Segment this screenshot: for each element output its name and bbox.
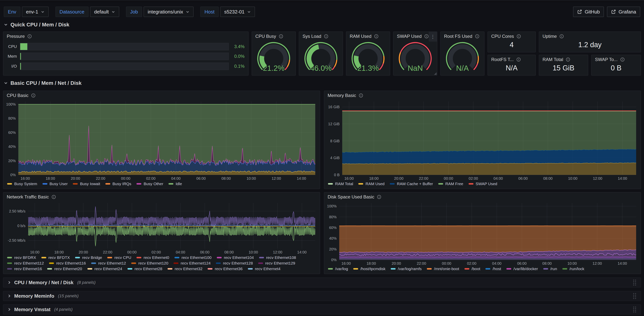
- cpu-basic-chart[interactable]: 0%20%40%60%80%100%16:0018:0020:0022:0000…: [4, 99, 318, 181]
- legend-item[interactable]: /host: [486, 266, 501, 271]
- legend-item[interactable]: /mnt/onie-boot: [427, 266, 459, 271]
- legend-item[interactable]: Busy Other: [136, 182, 163, 186]
- info-icon[interactable]: [31, 93, 36, 98]
- legend-item[interactable]: /var/log/ramfs: [391, 266, 422, 271]
- info-icon[interactable]: [279, 34, 283, 38]
- legend-item[interactable]: recv Ethernet129: [258, 261, 295, 266]
- info-icon[interactable]: [324, 34, 328, 38]
- legend-item[interactable]: recv Ethernet28: [128, 266, 162, 271]
- legend-item[interactable]: Idle: [168, 182, 182, 186]
- panel-menu-icon[interactable]: ⋮: [429, 32, 437, 42]
- legend-item[interactable]: Busy IRQs: [106, 182, 131, 186]
- info-icon[interactable]: [424, 34, 429, 38]
- panel-title[interactable]: Uptime: [542, 34, 557, 39]
- legend-item[interactable]: recv Ethernet16: [7, 266, 42, 271]
- disk-basic-chart[interactable]: 0%20%40%60%80%100%16:0018:0020:0022:0000…: [325, 201, 639, 266]
- chevron-down-icon: [247, 10, 251, 14]
- job-variable-value[interactable]: integrations/unix: [144, 6, 194, 17]
- legend-item[interactable]: recv Bridge: [75, 255, 102, 260]
- legend-item[interactable]: recv CPU: [107, 255, 131, 260]
- panel-title[interactable]: RAM Used: [350, 34, 372, 39]
- row-header-memory-vmstat[interactable]: Memory Vmstat (4 panels): [3, 304, 641, 314]
- panel-title[interactable]: SWAP To...: [595, 57, 618, 62]
- legend-item[interactable]: Busy System: [7, 182, 37, 186]
- row-header-quick[interactable]: Quick CPU / Mem / Disk: [3, 20, 641, 29]
- legend-item[interactable]: /host/tpcmdisk: [353, 266, 386, 271]
- info-icon[interactable]: [516, 57, 521, 62]
- legend-item[interactable]: /var/log: [328, 266, 348, 271]
- row-header-cpu-memory-net-disk[interactable]: CPU / Memory / Net / Disk (8 panels): [3, 278, 641, 288]
- memory-basic-chart[interactable]: 0 B4 GiB8 GiB12 GiB16 GiB16:0018:0020:00…: [325, 99, 639, 181]
- legend-item[interactable]: recv Ethernet36: [208, 266, 242, 271]
- info-icon[interactable]: [475, 34, 480, 38]
- github-link-button[interactable]: GitHub: [573, 6, 604, 17]
- panel-title[interactable]: RootFS T...: [491, 57, 514, 62]
- panel-title[interactable]: Pressure: [7, 34, 25, 39]
- info-icon[interactable]: [377, 195, 381, 199]
- info-icon[interactable]: [52, 195, 56, 199]
- panel-title[interactable]: Memory Basic: [328, 93, 356, 98]
- legend-item[interactable]: Busy User: [42, 182, 68, 186]
- drag-handle-icon[interactable]: [632, 306, 637, 313]
- legend-item[interactable]: RAM Used: [358, 182, 384, 186]
- legend-item[interactable]: recv Ethernet4: [248, 266, 281, 271]
- legend-item[interactable]: RAM Total: [328, 182, 353, 186]
- panel-title[interactable]: Root FS Used: [444, 34, 472, 39]
- legend-item[interactable]: recv Ethernet124: [174, 261, 210, 266]
- row-header-basic[interactable]: Basic CPU / Mem / Net / Disk: [3, 79, 641, 87]
- panel-title[interactable]: RAM Total: [542, 57, 563, 62]
- legend-item[interactable]: /var/lib/docker: [506, 266, 538, 271]
- info-icon[interactable]: [620, 57, 625, 62]
- legend-item[interactable]: /run: [543, 266, 557, 271]
- info-icon[interactable]: [560, 34, 564, 38]
- legend-label: recv Ethernet12: [98, 261, 126, 266]
- panel-title[interactable]: Disk Space Used Basic: [328, 194, 374, 200]
- panel-title[interactable]: Sys Load: [302, 34, 321, 39]
- stat-panels: CPU Cores4Uptime1.2 day RootFS T...N/ARA…: [488, 32, 641, 76]
- legend-item[interactable]: recv Ethernet108: [259, 255, 296, 260]
- legend-item[interactable]: RAM Free: [438, 182, 463, 186]
- panel-title[interactable]: SWAP Used: [397, 34, 422, 39]
- panel-title[interactable]: CPU Cores: [491, 34, 514, 39]
- legend-item[interactable]: recv Ethernet104: [217, 255, 254, 260]
- legend-item[interactable]: recv Ethernet116: [49, 261, 86, 266]
- legend-label: recv Ethernet4: [255, 266, 281, 271]
- grafana-link-button[interactable]: Grafana: [607, 6, 640, 17]
- legend-item[interactable]: recv BFDTX: [41, 255, 70, 260]
- legend-item[interactable]: recv Ethernet0: [136, 255, 169, 260]
- legend-item[interactable]: recv Ethernet128: [216, 261, 253, 266]
- datasource-variable-value[interactable]: default: [90, 6, 119, 17]
- legend-item[interactable]: recv Ethernet20: [47, 266, 82, 271]
- info-icon[interactable]: [566, 57, 570, 62]
- legend-item[interactable]: /run/lock: [562, 266, 584, 271]
- panel-resize-handle[interactable]: [434, 72, 436, 75]
- drag-handle-icon[interactable]: [632, 292, 637, 299]
- network-basic-chart[interactable]: -2.50 Mb/s0 b/s2.50 Mb/s16:0018:0020:002…: [4, 201, 318, 254]
- legend-item[interactable]: recv Ethernet24: [88, 266, 122, 271]
- info-icon[interactable]: [516, 34, 521, 38]
- info-icon[interactable]: [359, 93, 363, 98]
- info-icon[interactable]: [374, 34, 378, 38]
- legend-item[interactable]: recv Ethernet32: [168, 266, 202, 271]
- legend-swatch: [438, 183, 443, 184]
- legend-item[interactable]: SWAP Used: [468, 182, 498, 186]
- legend-item[interactable]: /boot: [464, 266, 480, 271]
- drag-handle-icon[interactable]: [632, 279, 637, 286]
- legend-item[interactable]: Busy Iowait: [73, 182, 100, 186]
- legend-item[interactable]: recv Ethernet100: [174, 255, 212, 260]
- legend-item[interactable]: recv Ethernet112: [7, 261, 44, 266]
- legend-item[interactable]: recv BFDRX: [7, 255, 36, 260]
- panel-title[interactable]: CPU Busy: [255, 34, 276, 39]
- env-variable-value[interactable]: env-1: [22, 6, 49, 17]
- svg-text:12:00: 12:00: [592, 261, 602, 266]
- panel-title[interactable]: Network Traffic Basic: [7, 194, 49, 200]
- pressure-bar-label: CPU: [6, 44, 17, 49]
- host-variable-value[interactable]: s5232-01: [220, 6, 255, 17]
- panel-ram-used: RAM Used21.3%: [346, 32, 390, 76]
- row-header-memory-meminfo[interactable]: Memory Meminfo (15 panels): [3, 291, 641, 301]
- info-icon[interactable]: [27, 34, 32, 38]
- legend-item[interactable]: recv Ethernet120: [131, 261, 168, 266]
- legend-item[interactable]: RAM Cache + Buffer: [390, 182, 433, 186]
- panel-title[interactable]: CPU Basic: [7, 93, 28, 98]
- legend-item[interactable]: recv Ethernet12: [91, 261, 126, 266]
